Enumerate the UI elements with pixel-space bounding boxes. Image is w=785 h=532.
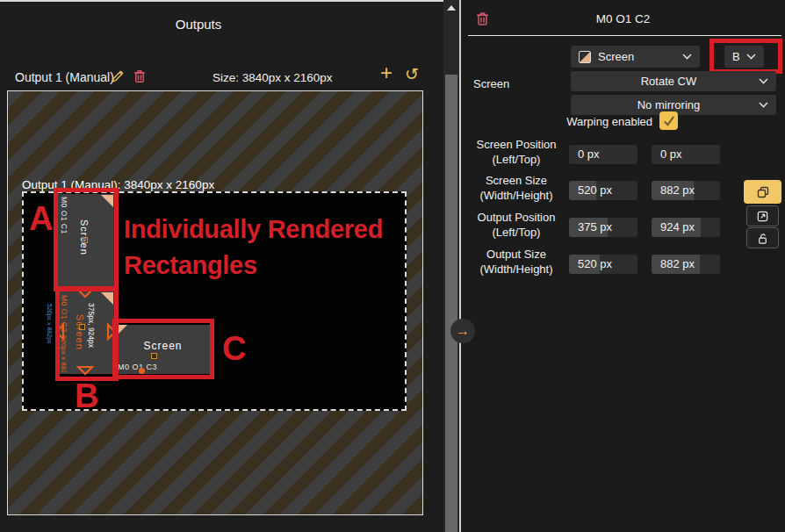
warping-enabled-label: Warping enabled bbox=[566, 115, 652, 128]
rotation-value: Rotate CW bbox=[579, 75, 759, 88]
outputs-panel-title: Outputs bbox=[0, 17, 397, 32]
scrollbar-thumb[interactable] bbox=[445, 75, 457, 532]
panel-top-border bbox=[0, 0, 459, 2]
screen-position-left-field[interactable]: 0 px bbox=[569, 145, 637, 164]
lock-aspect-button[interactable] bbox=[746, 227, 779, 248]
rect-b-side-dimension-label: 520px x 882px bbox=[47, 304, 53, 344]
screen-size-label: Screen Size (Width/Height) bbox=[468, 174, 565, 203]
rotation-dropdown[interactable]: Rotate CW bbox=[571, 71, 776, 91]
output-name-label: Output 1 (Manual) bbox=[15, 70, 114, 84]
screen-source-dropdown[interactable]: Screen bbox=[571, 46, 700, 68]
selected-screen-title: M0 O1 C2 bbox=[461, 12, 785, 25]
chevron-down-icon bbox=[759, 78, 768, 84]
annotation-headline-line2: Rectangles bbox=[124, 253, 257, 278]
chevron-down-icon bbox=[682, 54, 692, 60]
app-window: Outputs Output 1 (Manual) Size: 3840px x… bbox=[0, 0, 785, 532]
screen-section-label: Screen bbox=[473, 77, 509, 90]
refresh-icon: ↺ bbox=[405, 64, 419, 83]
checkmark-icon bbox=[662, 114, 675, 127]
title-divider bbox=[468, 35, 781, 36]
trash-icon bbox=[132, 68, 148, 84]
refresh-outputs-button[interactable]: ↺ bbox=[401, 63, 422, 84]
annotation-headline-line1: Individually Rendered bbox=[124, 217, 383, 242]
screen-source-value: Screen bbox=[598, 50, 634, 63]
screen-type-icon bbox=[579, 51, 591, 63]
output-canvas[interactable]: Output 1 (Manual): 3840px x 2160px M0 O1… bbox=[7, 90, 423, 515]
annotation-box-b bbox=[55, 286, 119, 381]
output-size-label: Size: 3840px x 2160px bbox=[212, 71, 333, 84]
outputs-panel: Outputs Output 1 (Manual) Size: 3840px x… bbox=[0, 0, 459, 532]
edit-output-button[interactable] bbox=[109, 68, 126, 85]
unlock-icon bbox=[756, 232, 769, 245]
annotation-letter-b: B bbox=[75, 379, 98, 413]
plus-icon: + bbox=[380, 61, 392, 85]
chevron-down-icon bbox=[759, 102, 768, 108]
copy-icon bbox=[756, 185, 770, 199]
collapse-panel-button[interactable]: → bbox=[450, 319, 475, 343]
output-position-top-field[interactable]: 924 px bbox=[652, 218, 720, 237]
warping-enabled-checkbox[interactable] bbox=[659, 111, 678, 130]
annotation-box-a bbox=[54, 188, 119, 291]
output-size-label: Output Size (Width/Height) bbox=[468, 248, 565, 277]
scrollbar-up-icon[interactable] bbox=[447, 5, 456, 11]
resize-icon bbox=[756, 210, 769, 223]
output-area[interactable]: M0 O1 C1 Screen 520px x 882px M0 O1 C2 5… bbox=[22, 191, 407, 411]
screen-position-label: Screen Position (Left/Top) bbox=[468, 138, 565, 167]
output-size-width-field[interactable]: 520 px bbox=[569, 255, 637, 274]
left-panel-scrollbar bbox=[443, 0, 459, 532]
output-size-height-field[interactable]: 882 px bbox=[652, 255, 720, 274]
screen-position-top-field[interactable]: 0 px bbox=[652, 145, 720, 164]
resize-link-button[interactable] bbox=[746, 205, 779, 226]
annotation-box-group-dropdown bbox=[709, 39, 782, 74]
output-position-label: Output Position (Left/Top) bbox=[468, 211, 565, 240]
delete-output-button[interactable] bbox=[131, 68, 148, 85]
properties-panel: M0 O1 C2 Screen Screen B Rotate CW No mi… bbox=[461, 0, 785, 532]
copy-values-button[interactable] bbox=[744, 180, 781, 204]
arrow-right-icon: → bbox=[456, 323, 470, 339]
annotation-box-c bbox=[112, 319, 214, 379]
screen-size-width-field[interactable]: 520 px bbox=[569, 181, 637, 200]
screen-size-height-field[interactable]: 882 px bbox=[652, 181, 720, 200]
annotation-letter-a: A bbox=[29, 202, 53, 235]
output-position-left-field[interactable]: 375 px bbox=[569, 218, 637, 237]
add-output-button[interactable]: + bbox=[376, 61, 397, 84]
mirroring-value: No mirroring bbox=[579, 98, 759, 111]
pencil-icon bbox=[110, 68, 126, 84]
annotation-letter-c: C bbox=[222, 332, 246, 365]
